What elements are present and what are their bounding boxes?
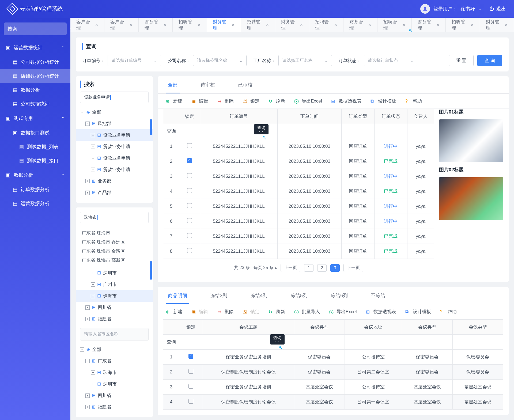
page-tab[interactable]: 招聘管理✕ — [309, 18, 343, 32]
next-page[interactable]: 下一页 — [343, 264, 363, 272]
page-tab[interactable]: 财务管理✕ — [139, 18, 173, 32]
close-icon[interactable]: ✕ — [368, 23, 371, 27]
checkbox[interactable] — [188, 399, 193, 404]
nav-item[interactable]: ▤店铺数据分析统计 — [0, 69, 70, 83]
page-tab[interactable]: 财务管理✕ — [207, 18, 241, 32]
tool-编辑[interactable]: ▣编辑 — [191, 309, 208, 315]
tool-批量导入[interactable]: ⓧ批量导入 — [294, 309, 320, 315]
reset-button[interactable]: 重 置 — [449, 55, 474, 66]
tree-node[interactable]: + ⊞福建省 — [76, 313, 153, 325]
tree-node[interactable]: + ⊞产品部 — [76, 187, 153, 198]
page-tab[interactable]: 招聘管理✕↖ — [377, 18, 411, 32]
checkbox[interactable] — [188, 384, 193, 389]
expand-icon[interactable]: − — [91, 145, 95, 149]
region-item[interactable]: 广东省 珠海市 高新区 — [82, 256, 147, 265]
tree-node[interactable]: − ⊞贷款业务申请 — [76, 141, 153, 152]
tool-锁定[interactable]: ⚿锁定 — [243, 309, 259, 315]
page-tab[interactable]: 招聘管理✕ — [446, 18, 480, 32]
expand-icon[interactable]: + — [85, 179, 90, 183]
prev-page[interactable]: 上一页 — [281, 264, 300, 272]
tool-数据透视表[interactable]: ⊞数据透视表 — [331, 98, 361, 104]
sub-tab[interactable]: 商品明细 — [166, 287, 189, 304]
select-company[interactable]: 请选择公司名称⌄ — [193, 55, 247, 66]
nav-group[interactable]: ▣数据分析⌃ — [0, 168, 70, 183]
tool-导出Excel[interactable]: ⓧ导出Excel — [329, 309, 357, 315]
tool-设计模板[interactable]: ⧉设计模板 — [371, 98, 396, 104]
table-row[interactable]: 3 保密业务保密业务培训基层处室会议公司接待室 基层处室会议基层处室会议 — [163, 380, 503, 395]
select-status[interactable]: 请选择订单状态⌄ — [364, 55, 417, 66]
city-placeholder-input[interactable]: 请输入省市区名称 — [80, 328, 149, 340]
sub-tab[interactable]: 冻结6列 — [328, 287, 350, 304]
table-row[interactable]: 5 522445222111JJHHJKLL2023.05.10 10:00:0… — [163, 199, 434, 214]
expand-icon[interactable]: − — [85, 122, 90, 126]
nav-item[interactable]: ▤订单数据分析 — [0, 183, 70, 196]
close-icon[interactable]: ✕ — [471, 23, 474, 27]
expand-icon[interactable]: + — [91, 382, 95, 386]
close-icon[interactable]: ✕ — [505, 23, 508, 27]
tree-node[interactable]: − ⊞贷款业务申请 — [76, 152, 153, 164]
user-menu[interactable]: 登录用户： 徐书妤 ⌄ — [420, 4, 481, 14]
table-row[interactable]: 1 522445222111JJHHJKLL2023.05.10 10:00:0… — [163, 139, 434, 154]
collapse-icon[interactable]: − — [80, 110, 84, 114]
expand-icon[interactable]: + — [85, 393, 90, 398]
close-icon[interactable]: ✕ — [198, 23, 201, 27]
close-icon[interactable]: ✕ — [232, 23, 235, 27]
city-tree-root[interactable]: − ◈ 全部 — [76, 344, 153, 355]
tree-node[interactable]: − ⊞贷款业务申请 — [76, 129, 153, 141]
expand-icon[interactable]: − — [91, 168, 95, 172]
tree-node[interactable]: + ⊞业务部 — [76, 175, 153, 187]
tree-node[interactable]: + ⊞广州市 — [76, 279, 153, 290]
tree-node[interactable]: + ⊞珠海市 — [76, 367, 153, 378]
page-tab[interactable]: 客户管理✕ — [70, 18, 104, 32]
expand-icon[interactable]: − — [85, 359, 90, 363]
sidebar-search[interactable]: ⌕ — [4, 22, 67, 35]
close-icon[interactable]: ✕ — [334, 23, 337, 27]
tree-node[interactable]: + ⊞深圳市 — [76, 267, 153, 279]
tool-设计模板[interactable]: ⧉设计模板 — [405, 309, 431, 315]
sub-tab[interactable]: 冻结4列 — [248, 287, 270, 304]
table-row[interactable]: 7 522445222111JJHHJKLL2023.05.10 10:00:0… — [163, 229, 434, 244]
tool-帮助[interactable]: ?帮助 — [440, 309, 457, 315]
checkbox[interactable] — [187, 248, 192, 253]
close-icon[interactable]: ✕ — [129, 23, 133, 27]
table-row[interactable]: 4 522445222111JJHHJKLL2023.05.10 10:00:0… — [163, 184, 434, 199]
tree-node[interactable]: + ⊞珠海市 — [76, 290, 153, 302]
tool-锁定[interactable]: ⚿锁定 — [243, 98, 259, 104]
close-icon[interactable]: ✕ — [95, 23, 98, 27]
checkbox[interactable] — [188, 369, 193, 374]
page-tab[interactable]: 客户管理✕ — [104, 18, 138, 32]
sidebar-search-input[interactable] — [7, 26, 70, 32]
select-order_no[interactable]: 请选择订单编号⌄ — [108, 55, 161, 66]
expand-icon[interactable]: + — [91, 282, 95, 287]
tool-删除[interactable]: ⫤删除 — [217, 309, 234, 315]
expand-icon[interactable]: − — [91, 133, 95, 137]
nav-group[interactable]: ▣运营数据统计⌃ — [0, 40, 70, 55]
table-row[interactable]: 4 保密制度保密制度讨论会议基层处室会议公司第一会议室 基层处室会议基层处室会议 — [163, 395, 503, 410]
tool-刷新[interactable]: ↻刷新 — [269, 98, 285, 104]
expand-icon[interactable]: + — [85, 405, 90, 409]
tool-刷新[interactable]: ↻刷新 — [269, 309, 285, 315]
tree-node[interactable]: − ⊞广东省 — [76, 355, 153, 367]
close-icon[interactable]: ✕ — [163, 23, 167, 27]
expand-icon[interactable]: + — [91, 370, 95, 375]
select-factory[interactable]: 请选择工厂名称⌄ — [278, 55, 332, 66]
nav-item[interactable]: ▣数据接口测试 — [0, 126, 70, 140]
nav-item[interactable]: ▤运营数据分析 — [0, 196, 70, 210]
table-row[interactable]: 1 保密业务保密业务培训保密委员会公司接待室 保密委员会保密委员会 — [163, 350, 503, 365]
page-num[interactable]: 1 — [304, 264, 313, 272]
table-row[interactable]: 2 522445222111JJHHJKLL2023.05.10 10:00:0… — [163, 154, 434, 169]
expand-icon[interactable]: + — [91, 271, 95, 275]
city-search-input[interactable]: 珠海市 — [80, 212, 149, 223]
checkbox[interactable] — [188, 354, 193, 359]
tree-node[interactable]: + ⊞四川省 — [76, 302, 153, 313]
nav-group[interactable]: ▣测试专用⌃ — [0, 111, 70, 126]
tree-node[interactable]: − ⊞风控部 — [76, 118, 153, 129]
collapse-icon[interactable]: − — [80, 347, 84, 352]
nav-item[interactable]: ▤数据分析 — [0, 83, 70, 97]
page-num[interactable]: 3 — [330, 264, 340, 272]
sub-tab[interactable]: 已审核 — [236, 76, 255, 93]
checkbox[interactable] — [187, 143, 192, 148]
tree-node[interactable]: − ⊞贷款业务申请 — [76, 164, 153, 175]
close-icon[interactable]: ✕ — [266, 23, 269, 27]
close-icon[interactable]: ✕ — [402, 23, 406, 27]
